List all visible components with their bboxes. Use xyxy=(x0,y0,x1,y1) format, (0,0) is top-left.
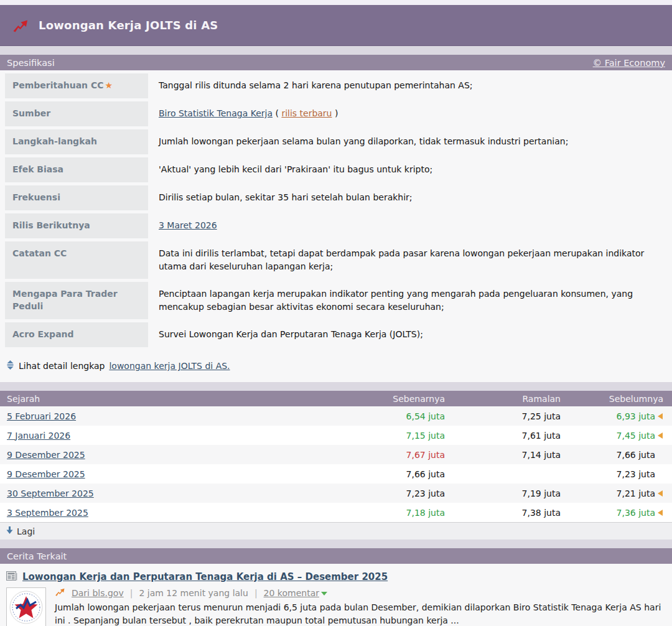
spec-value: Penciptaan lapangan kerja merupakan indi… xyxy=(148,282,665,319)
actual-value: 7,67 juta xyxy=(406,450,445,460)
history-body: 5 Februari 2026 6,54 juta 7,25 juta 6,93… xyxy=(0,406,672,522)
table-row: 9 Desember 2025 7,66 juta 7,23 juta xyxy=(0,464,672,484)
table-row: 5 Februari 2026 6,54 juta 7,25 juta 6,93… xyxy=(0,406,672,426)
spec-row-measures: Langkah-langkah Jumlah lowongan pekerjaa… xyxy=(5,129,672,154)
history-table: Sejarah Sebenarnya Ramalan Sebelumnya 5 … xyxy=(0,391,672,522)
spec-row-acro-expand: Acro Expand Survei Lowongan Kerja dan Pe… xyxy=(5,322,672,347)
spec-value: Jumlah lowongan pekerjaan selama bulan y… xyxy=(148,129,672,154)
down-arrow-icon xyxy=(6,526,13,536)
table-row: 9 Desember 2025 7,67 juta 7,14 juta 7,66… xyxy=(0,445,672,464)
next-release-link[interactable]: 3 Maret 2026 xyxy=(159,220,217,230)
spec-value: Tanggal rilis ditunda selama 2 hari kare… xyxy=(148,73,672,98)
paren-close: ) xyxy=(335,108,338,118)
brand-mini-icon xyxy=(55,587,65,598)
revision-icon xyxy=(655,508,663,518)
spec-label: Efek Biasa xyxy=(5,157,148,182)
history-date-link[interactable]: 3 September 2025 xyxy=(7,508,88,518)
spec-value: 'Aktual' yang lebih kecil dari 'Prakiraa… xyxy=(148,157,672,182)
actual-value: 7,23 juta xyxy=(406,488,445,498)
newspaper-icon xyxy=(6,571,17,582)
spec-label: Frekuensi xyxy=(5,185,148,210)
spec-row-frequency: Frekuensi Dirilis setiap bulan, sekitar … xyxy=(5,185,672,210)
story-excerpt: Jumlah lowongan pekerjaan terus menurun … xyxy=(55,601,666,626)
column-header-previous: Sebelumnya xyxy=(561,391,672,406)
related-stories: Lowongan Kerja dan Perputaran Tenaga Ker… xyxy=(0,564,672,626)
story-source-link[interactable]: Dari bls.gov xyxy=(72,588,124,598)
history-section-title: Sejarah xyxy=(0,391,343,406)
history-date-link[interactable]: 9 Desember 2025 xyxy=(7,450,85,460)
spacer xyxy=(0,382,672,391)
previous-value: 7,45 juta xyxy=(617,431,655,441)
story-body: Dari bls.gov | 2 jam 12 menit yang lalu … xyxy=(6,587,666,626)
table-row: 30 September 2025 7,23 juta 7,19 juta 7,… xyxy=(0,484,672,503)
revision-icon xyxy=(655,488,663,498)
actual-value: 7,15 juta xyxy=(406,431,445,441)
spec-label: Rilis Berikutnya xyxy=(5,213,148,238)
revision-icon xyxy=(655,431,663,441)
spec-row-cc-notice: Pemberitahuan CC★ Tanggal rilis ditunda … xyxy=(5,73,672,98)
paren-open: ( xyxy=(275,108,278,118)
brand-logo-icon xyxy=(12,19,29,32)
spec-section-title: Spesifikasi xyxy=(7,58,55,68)
expand-icon xyxy=(6,360,14,371)
table-row: 7 Januari 2026 7,15 juta 7,61 juta 7,45 … xyxy=(0,426,672,445)
full-detail-link[interactable]: lowongan kerja JOLTS di AS. xyxy=(109,361,230,371)
more-label: Lagi xyxy=(17,526,35,536)
story-title-link[interactable]: Lowongan Kerja dan Perputaran Tenaga Ker… xyxy=(22,571,388,582)
more-link[interactable]: Lagi xyxy=(6,526,35,536)
spec-section-bar: Spesifikasi © Fair Economy xyxy=(0,55,672,70)
spec-label: Sumber xyxy=(5,101,148,126)
previous-value: 7,23 juta xyxy=(617,469,655,479)
revision-icon xyxy=(655,411,663,421)
forecast-value: 7,38 juta xyxy=(522,508,561,518)
page-header: Lowongan Kerja JOLTS di AS xyxy=(0,5,672,46)
spec-label: Mengapa Para Trader Peduli xyxy=(5,282,148,319)
source-link[interactable]: Biro Statistik Tenaga Kerja xyxy=(159,108,273,118)
story-meta-row: Dari bls.gov | 2 jam 12 menit yang lalu … xyxy=(55,587,666,598)
related-section-title: Cerita Terkait xyxy=(7,551,67,561)
spec-row-cc-note: Catatan CC Data ini dirilis terlambat, t… xyxy=(5,241,672,279)
spec-value: Survei Lowongan Kerja dan Perputaran Ten… xyxy=(148,322,672,347)
actual-value: 7,18 juta xyxy=(406,508,445,518)
history-date-link[interactable]: 30 September 2025 xyxy=(7,488,94,498)
page-title: Lowongan Kerja JOLTS di AS xyxy=(39,19,218,32)
spec-label: Acro Expand xyxy=(5,322,148,347)
spacer xyxy=(0,540,672,548)
actual-value: 7,66 juta xyxy=(406,469,445,479)
previous-value: 7,36 juta xyxy=(617,508,655,518)
top-strip xyxy=(0,0,672,5)
spec-value: Data ini dirilis terlambat, tetapi dapat… xyxy=(148,241,665,279)
previous-value: 7,21 juta xyxy=(617,488,655,498)
spec-label: Langkah-langkah xyxy=(5,129,148,154)
history-date-link[interactable]: 7 Januari 2026 xyxy=(7,431,70,441)
spec-row-why-traders-care: Mengapa Para Trader Peduli Penciptaan la… xyxy=(5,282,672,319)
full-detail-row: Lihat detail lengkap lowongan kerja JOLT… xyxy=(0,352,672,382)
comments-caret-icon xyxy=(321,592,327,596)
bls-seal-logo xyxy=(6,587,46,626)
star-icon: ★ xyxy=(105,80,113,90)
column-header-actual: Sebenarnya xyxy=(343,391,446,406)
fair-economy-link[interactable]: © Fair Economy xyxy=(593,58,665,68)
spec-label: Catatan CC xyxy=(5,241,148,279)
latest-release-link[interactable]: rilis terbaru xyxy=(281,108,332,118)
history-date-link[interactable]: 9 Desember 2025 xyxy=(7,469,85,479)
history-header-row: Sejarah Sebenarnya Ramalan Sebelumnya xyxy=(0,391,672,406)
history-date-link[interactable]: 5 Februari 2026 xyxy=(7,411,76,421)
story-content: Dari bls.gov | 2 jam 12 menit yang lalu … xyxy=(55,587,666,626)
forecast-value: 7,61 juta xyxy=(522,431,561,441)
column-header-forecast: Ramalan xyxy=(446,391,561,406)
spec-row-next-release: Rilis Berikutnya 3 Maret 2026 xyxy=(5,213,672,238)
previous-value: 6,93 juta xyxy=(617,411,655,421)
forecast-value: 7,25 juta xyxy=(522,411,561,421)
forecast-value: 7,14 juta xyxy=(522,450,561,460)
spec-row-source: Sumber Biro Statistik Tenaga Kerja ( ril… xyxy=(5,101,672,126)
story-time-ago: 2 jam 12 menit yang lalu xyxy=(139,588,248,598)
meta-separator: | xyxy=(254,588,258,598)
story-title-row: Lowongan Kerja dan Perputaran Tenaga Ker… xyxy=(6,571,666,582)
detail-text: Lihat detail lengkap xyxy=(19,361,105,371)
story-comments-link[interactable]: 20 komentar xyxy=(264,588,319,598)
spacer xyxy=(0,46,672,55)
spec-table: Pemberitahuan CC★ Tanggal rilis ditunda … xyxy=(0,70,672,352)
table-row: 3 September 2025 7,18 juta 7,38 juta 7,3… xyxy=(0,503,672,522)
previous-value: 7,66 juta xyxy=(617,450,655,460)
